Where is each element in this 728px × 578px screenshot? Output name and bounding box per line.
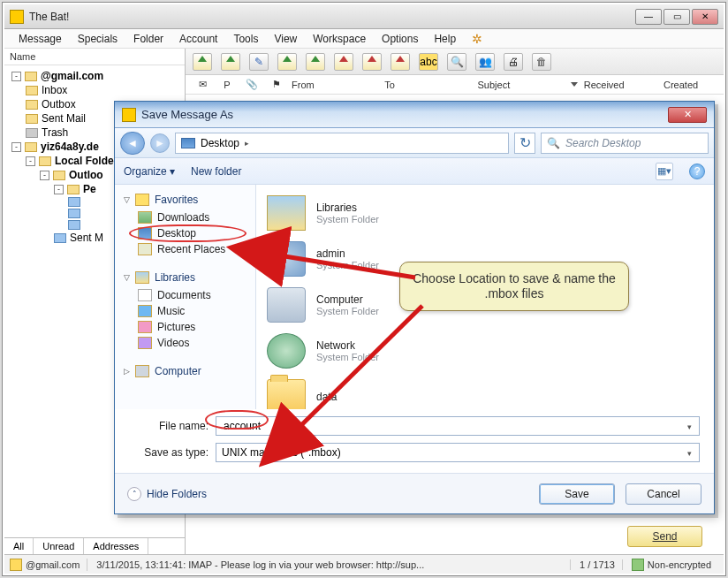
- breadcrumb-desktop[interactable]: Desktop: [201, 137, 239, 149]
- print-icon[interactable]: 🖨: [504, 53, 523, 71]
- save-button[interactable]: Save: [539, 483, 615, 505]
- menu-message[interactable]: Message: [11, 31, 69, 47]
- dialog-footer: ˄ Hide Folders Save Cancel: [115, 473, 714, 513]
- col-received[interactable]: Received: [571, 80, 658, 90]
- tab-all[interactable]: All: [4, 538, 34, 554]
- expand-icon[interactable]: -: [40, 171, 49, 180]
- sidebar-videos[interactable]: Videos: [118, 335, 252, 351]
- filename-input[interactable]: ▾: [216, 416, 700, 436]
- sidebar-recent[interactable]: Recent Places: [118, 241, 252, 257]
- chevron-down-icon[interactable]: ▾: [682, 420, 696, 434]
- redirect-icon[interactable]: [362, 53, 382, 71]
- menu-help[interactable]: Help: [427, 31, 463, 47]
- refresh-button[interactable]: ↻: [514, 133, 535, 154]
- col-created[interactable]: Created: [664, 80, 717, 90]
- expand-icon[interactable]: -: [54, 185, 64, 194]
- abc-icon[interactable]: abc: [419, 53, 438, 71]
- trash-icon: [26, 128, 38, 138]
- sidebar-downloads[interactable]: Downloads: [118, 209, 252, 225]
- compose-icon[interactable]: ✎: [249, 53, 269, 71]
- receive-all-icon[interactable]: [221, 53, 240, 71]
- tree-sentm[interactable]: Sent M: [70, 232, 103, 244]
- chevron-up-icon: ˄: [127, 487, 141, 501]
- view-mode-button[interactable]: ▦▾: [656, 163, 673, 180]
- folder-icon: [267, 379, 306, 409]
- tree-account2[interactable]: yiz64a8y.de: [41, 141, 99, 153]
- menu-view[interactable]: View: [267, 31, 304, 47]
- col-to[interactable]: To: [384, 80, 472, 90]
- sidebar-libraries[interactable]: ▽Libraries: [118, 268, 252, 287]
- expand-icon[interactable]: -: [11, 142, 21, 152]
- tree-trash[interactable]: Trash: [42, 126, 68, 139]
- network-icon: [267, 333, 306, 369]
- menu-tools[interactable]: Tools: [226, 31, 265, 47]
- search-icon[interactable]: 🔍: [447, 53, 466, 71]
- titlebar: The Bat! — ▭ ✕: [4, 4, 724, 29]
- gear-icon[interactable]: ✲: [465, 30, 489, 48]
- list-item[interactable]: LibrariesSystem Folder: [263, 190, 707, 236]
- minimize-button[interactable]: —: [635, 9, 662, 25]
- search-input[interactable]: 🔍 Search Desktop: [541, 133, 709, 154]
- tree-pe[interactable]: Pe: [83, 183, 96, 195]
- help-icon[interactable]: ?: [689, 164, 705, 179]
- sidebar-desktop[interactable]: Desktop: [118, 225, 252, 241]
- sidebar-documents[interactable]: Documents: [118, 287, 252, 303]
- reply-icon[interactable]: [277, 53, 297, 71]
- tree-account-label[interactable]: @gmail.com: [41, 70, 103, 82]
- sidebar-favorites[interactable]: ▽Favorites: [118, 190, 252, 209]
- addressbook-icon[interactable]: 👥: [475, 53, 495, 71]
- tree-inbox[interactable]: Inbox: [42, 84, 67, 96]
- filename-field[interactable]: [222, 419, 694, 433]
- cancel-button[interactable]: Cancel: [626, 483, 701, 505]
- forward-icon[interactable]: [334, 53, 353, 71]
- col-flag2-icon[interactable]: ⚑: [267, 79, 286, 90]
- col-from[interactable]: From: [292, 80, 379, 90]
- menu-folder[interactable]: Folder: [126, 31, 171, 47]
- tree-sent[interactable]: Sent Mail: [42, 112, 86, 125]
- maximize-button[interactable]: ▭: [664, 9, 690, 25]
- breadcrumb[interactable]: Desktop ▸: [175, 133, 509, 154]
- savetype-value: UNIX mailboxes (*.mbox): [222, 446, 694, 459]
- menu-specials[interactable]: Specials: [71, 31, 125, 47]
- savetype-label: Save as type:: [129, 446, 209, 459]
- tree-outbox[interactable]: Outbox: [42, 98, 76, 110]
- send-button[interactable]: Send: [627, 526, 702, 547]
- nav-back-button[interactable]: ◄: [120, 132, 145, 155]
- libraries-icon: [135, 271, 149, 284]
- menu-workspace[interactable]: Workspace: [306, 31, 373, 47]
- sidebar-pictures[interactable]: Pictures: [118, 319, 252, 335]
- col-attachment-icon[interactable]: 📎: [242, 79, 262, 90]
- resend-icon[interactable]: [391, 53, 410, 71]
- expand-icon[interactable]: -: [11, 72, 21, 81]
- col-flag-icon[interactable]: ✉: [193, 79, 212, 90]
- delete-icon[interactable]: 🗑: [532, 53, 551, 71]
- col-park-icon[interactable]: P: [217, 80, 237, 90]
- tree-header: Name: [4, 49, 185, 65]
- status-bar: @gmail.com 3/11/2015, 13:11:41: IMAP - P…: [4, 554, 724, 574]
- list-item[interactable]: data: [263, 374, 707, 409]
- chevron-down-icon[interactable]: ▾: [682, 446, 696, 460]
- close-button[interactable]: ✕: [692, 9, 718, 25]
- new-folder-button[interactable]: New folder: [191, 165, 241, 178]
- menu-options[interactable]: Options: [375, 31, 425, 47]
- savetype-select[interactable]: UNIX mailboxes (*.mbox) ▾: [216, 443, 700, 462]
- dialog-close-button[interactable]: ✕: [668, 107, 707, 123]
- col-subject[interactable]: Subject: [478, 80, 565, 90]
- reply-all-icon[interactable]: [306, 53, 325, 71]
- hide-folders-button[interactable]: ˄ Hide Folders: [127, 487, 528, 501]
- chevron-right-icon[interactable]: ▸: [245, 139, 249, 148]
- receive-icon[interactable]: [193, 53, 212, 71]
- computer-icon: [135, 365, 149, 377]
- tree-outlook[interactable]: Outloo: [69, 169, 103, 181]
- expand-icon[interactable]: -: [26, 156, 35, 166]
- list-item[interactable]: NetworkSystem Folder: [263, 328, 707, 374]
- pictures-icon: [138, 321, 152, 333]
- sidebar-music[interactable]: Music: [118, 303, 252, 319]
- organize-button[interactable]: Organize ▾: [124, 165, 175, 178]
- menu-account[interactable]: Account: [172, 31, 224, 47]
- tab-unread[interactable]: Unread: [34, 538, 84, 554]
- sidebar-computer[interactable]: ▷Computer: [118, 361, 252, 381]
- localfolders-icon: [39, 156, 51, 166]
- nav-forward-button[interactable]: ►: [150, 133, 170, 153]
- tab-addresses[interactable]: Addresses: [84, 538, 148, 554]
